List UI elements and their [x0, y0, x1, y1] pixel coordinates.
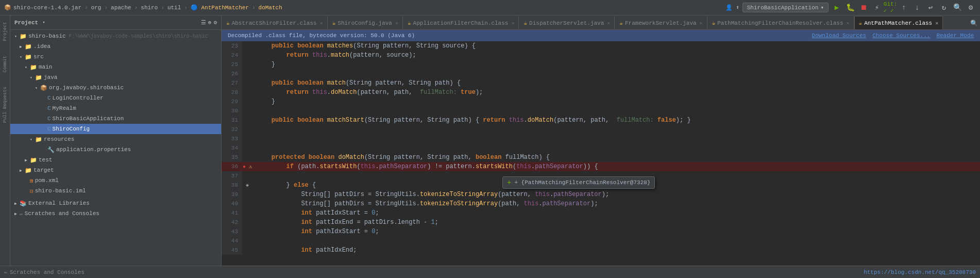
- folder-icon: 📁: [25, 167, 32, 174]
- stop-button[interactable]: ⏹: [858, 3, 869, 13]
- tab-path-matching[interactable]: ☕ PathMatchingFilterChainResolver.class …: [707, 16, 854, 29]
- tree-item-ext-libs[interactable]: ▶ 📚 External Libraries: [10, 198, 221, 208]
- tab-icon: ☕: [408, 20, 411, 26]
- close-icon[interactable]: ✕: [320, 20, 323, 26]
- sidebar-item-commit[interactable]: Commit: [2, 54, 9, 74]
- tree-arrow: ▶: [14, 201, 20, 206]
- tree-item-package[interactable]: ▾ 📦 org.javaboy.shirobasic: [10, 83, 221, 93]
- user-icon[interactable]: 👤: [725, 4, 733, 11]
- sidebar-item-pull-requests[interactable]: Pull Requests: [2, 85, 9, 125]
- run-config-dropdown[interactable]: ShiroBasicApplication ▾: [742, 3, 829, 12]
- folder-icon: 📁: [20, 33, 27, 40]
- folder-icon: 📁: [25, 43, 32, 50]
- tab-search[interactable]: 🔍: [968, 18, 980, 29]
- revert-icon[interactable]: ↩: [925, 3, 936, 13]
- tree-label: .idea: [33, 43, 50, 50]
- tree-label: External Libraries: [28, 200, 90, 206]
- main-layout: Project Commit Pull Requests Project ▾ ☰…: [0, 15, 980, 278]
- tab-label: FrameworkServlet.java: [625, 20, 697, 26]
- choose-sources-link[interactable]: Choose Sources...: [872, 32, 930, 39]
- tab-icon: ☕: [712, 20, 716, 26]
- project-panel: Project ▾ ☰ ⊕ ⚙ ▾ 📁 shiro-basic F:\WWW\j…: [10, 15, 222, 278]
- tree-label: ShiroConfig: [53, 126, 90, 132]
- close-icon[interactable]: ✕: [607, 20, 610, 26]
- search-icon[interactable]: 🔍: [952, 3, 962, 13]
- tree-label: Scratches and Consoles: [25, 210, 99, 217]
- push-icon[interactable]: ↑: [899, 3, 909, 13]
- code-editor: ☕ AbstractShiroFilter.class ✕ ☕ ShiroCon…: [222, 15, 980, 278]
- code-content: 23 public boolean matches(String pattern…: [222, 41, 980, 278]
- tree-item-java[interactable]: ▾ 📁 java: [10, 72, 221, 83]
- tree-item-myrealm[interactable]: C MyRealm: [10, 103, 221, 113]
- scratches-console-item[interactable]: ✏ Scratches and Consoles: [4, 269, 85, 275]
- close-icon[interactable]: ✕: [395, 20, 398, 26]
- tab-icon: ☕: [619, 20, 623, 26]
- tab-app-filter-chain[interactable]: ☕ ApplicationFilterChain.class ✕: [403, 16, 519, 29]
- tree-item-src[interactable]: ▾ 📁 src: [10, 52, 221, 62]
- tab-label: AntPathMatcher.class: [864, 20, 932, 26]
- tree-item-root[interactable]: ▾ 📁 shiro-basic F:\WWW\javaboy-code-samp…: [10, 31, 221, 41]
- tree-item-test[interactable]: ▶ 📁 test: [10, 155, 221, 165]
- tree-label: test: [39, 157, 52, 163]
- tree-label: LoginController: [53, 95, 104, 101]
- vertical-tabs: Project Commit Pull Requests: [0, 15, 10, 278]
- breadcrumb-class: 🔵 AntPathMatcher: [191, 4, 249, 11]
- breakpoint-icon: ●: [243, 164, 246, 170]
- close-icon[interactable]: ✕: [700, 20, 703, 26]
- project-tree: ▾ 📁 shiro-basic F:\WWW\javaboy-code-samp…: [10, 30, 221, 278]
- tree-item-iml[interactable]: ⊡ shiro-basic.iml: [10, 186, 221, 196]
- download-sources-link[interactable]: Download Sources: [812, 32, 867, 39]
- settings-icon[interactable]: ⚙: [966, 3, 976, 13]
- code-line: 42 int pattIdxEnd = pattDirs.length - 1;: [222, 218, 980, 227]
- debug-button[interactable]: 🐛: [845, 3, 855, 13]
- tree-item-idea[interactable]: ▶ 📁 .idea: [10, 41, 221, 52]
- tree-arrow: ▶: [14, 211, 20, 216]
- tree-root-path: F:\WWW\javaboy-code-samples\shiro\shiro-…: [69, 34, 208, 39]
- reader-mode-link[interactable]: Reader Mode: [936, 32, 974, 39]
- tab-dispatcher-servlet[interactable]: ☕ DispatcherServlet.java ✕: [519, 16, 615, 29]
- collapse-all-icon[interactable]: ☰: [201, 19, 206, 26]
- code-scroll[interactable]: 23 public boolean matches(String pattern…: [222, 41, 980, 278]
- vcs-icon[interactable]: ⬆: [736, 4, 739, 11]
- close-icon[interactable]: ✕: [935, 20, 938, 26]
- tree-item-resources[interactable]: ▾ 📁 resources: [10, 134, 221, 144]
- tree-item-pom[interactable]: ⊞ pom.xml: [10, 175, 221, 186]
- expand-icon: +: [507, 178, 511, 187]
- tree-label: java: [44, 74, 57, 80]
- coverage-button[interactable]: ⚡: [872, 3, 882, 13]
- tree-arrow: ▾: [20, 55, 25, 59]
- run-button[interactable]: ▶: [832, 3, 842, 13]
- tree-item-shiro-config[interactable]: C ShiroConfig: [10, 124, 221, 134]
- tab-abstract-shiro-filter[interactable]: ☕ AbstractShiroFilter.class ✕: [222, 16, 328, 29]
- tab-ant-path-matcher[interactable]: ☕ AntPathMatcher.class ✕: [854, 16, 943, 29]
- code-line: 30: [222, 106, 980, 116]
- tab-icon: ☕: [859, 20, 863, 26]
- tab-icon: ☕: [332, 20, 336, 26]
- iml-icon: ⊡: [30, 188, 33, 194]
- tree-item-login-controller[interactable]: C LoginController: [10, 93, 221, 103]
- tree-label: pom.xml: [35, 177, 59, 184]
- tree-item-shiro-app[interactable]: C ShiroBasicApplication: [10, 113, 221, 124]
- tree-item-main[interactable]: ▾ 📁 main: [10, 62, 221, 72]
- tree-item-app-props[interactable]: 🔧 application.properties: [10, 144, 221, 155]
- locate-icon[interactable]: ⊕: [208, 19, 212, 26]
- refresh-icon[interactable]: ↻: [939, 3, 949, 13]
- tab-shiro-config[interactable]: ☕ ShiroConfig.java ✕: [328, 16, 403, 29]
- tree-label: main: [39, 64, 52, 70]
- tree-item-target[interactable]: ▶ 📁 target: [10, 165, 221, 175]
- breadcrumb-jar: shiro-core-1.4.0.jar: [13, 5, 81, 11]
- tree-item-scratches[interactable]: ▶ ✏ Scratches and Consoles: [10, 208, 221, 219]
- code-line: 28 return this.doMatch(pattern, path, fu…: [222, 88, 980, 97]
- tree-label: shiro-basic.iml: [35, 188, 86, 194]
- class-icon: C: [47, 105, 51, 111]
- close-icon[interactable]: ✕: [511, 20, 514, 26]
- fetch-icon[interactable]: ↓: [912, 3, 922, 13]
- tree-root-label: shiro-basic: [28, 33, 66, 39]
- gear-icon[interactable]: ⚙: [213, 19, 217, 26]
- tab-framework-servlet[interactable]: ☕ FrameworkServlet.java ✕: [615, 16, 707, 29]
- scratches-label: Scratches and Consoles: [10, 269, 85, 275]
- code-line: 45 int pathIdxEnd;: [222, 246, 980, 255]
- sidebar-item-project[interactable]: Project: [2, 20, 9, 43]
- xml-icon: ⊞: [30, 177, 33, 184]
- close-icon[interactable]: ✕: [847, 20, 850, 26]
